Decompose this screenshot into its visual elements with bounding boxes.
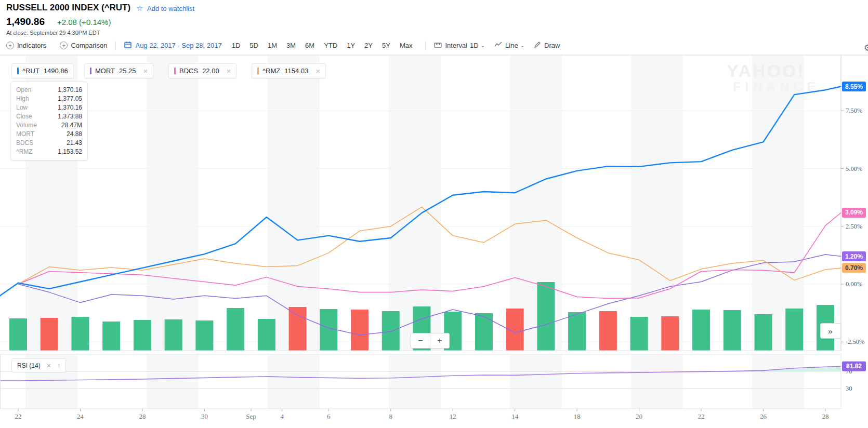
x-axis-label: 12	[450, 412, 456, 420]
range-max[interactable]: Max	[395, 42, 417, 49]
x-axis-label: 24	[77, 412, 84, 420]
yahoo-watermark: YAHOO!	[727, 61, 805, 81]
line-chart-icon	[494, 42, 502, 49]
legend-symbol: ^RMZ	[262, 67, 280, 75]
axis-badge-MORT-text: 1.20%	[845, 253, 863, 260]
toolbar-divider	[115, 41, 116, 50]
volume-bar	[785, 309, 803, 351]
volume-bar	[382, 311, 400, 351]
chart-type-dropdown[interactable]: Line ⌄	[494, 42, 524, 49]
chevron-down-icon: ⌄	[520, 43, 524, 48]
comparison-button[interactable]: + Comparison	[60, 42, 107, 49]
x-axis-label: 14	[511, 412, 519, 420]
close-icon[interactable]: ×	[47, 362, 51, 370]
volume-bar	[661, 316, 679, 351]
legend-pill-RMZ[interactable]: ^RMZ1154.03×	[252, 63, 326, 78]
ohlc-value: 1,370.16	[58, 103, 82, 112]
ohlc-value: 1,377.05	[58, 95, 82, 103]
page-title: RUSSELL 2000 INDEX (^RUT)	[6, 3, 130, 13]
range-1y[interactable]: 1Y	[342, 42, 360, 49]
interval-dropdown[interactable]: Interval 1D ⌄	[434, 42, 485, 50]
ruler-icon	[434, 42, 442, 50]
x-axis-label: 20	[636, 412, 642, 420]
legend-symbol: ^RUT	[22, 67, 40, 75]
date-range-picker[interactable]: Aug 22, 2017 - Sep 28, 2017	[124, 41, 221, 50]
date-range-label: Aug 22, 2017 - Sep 28, 2017	[135, 42, 221, 49]
ohlc-label: High	[16, 95, 29, 103]
close-icon[interactable]: ×	[315, 67, 320, 75]
background-stripe	[389, 354, 441, 409]
rsi-axis-label: 30	[846, 385, 852, 392]
price-change: +2.08 (+0.14%)	[57, 18, 111, 26]
plus-circle-icon: +	[60, 42, 68, 49]
current-price: 1,490.86	[6, 16, 45, 28]
pencil-icon	[534, 41, 541, 50]
ohlc-label: Volume	[16, 121, 37, 130]
volume-bar	[568, 312, 586, 351]
background-stripe	[389, 55, 441, 351]
range-5d[interactable]: 5D	[245, 42, 263, 49]
volume-bar	[195, 320, 213, 351]
ohlc-value: 1,370.16	[58, 86, 82, 95]
expand-panel-button[interactable]: »	[820, 323, 841, 339]
volume-bar	[475, 313, 493, 351]
axis-badge-RUT-text: 8.55%	[845, 83, 863, 90]
x-axis-label: 22	[698, 412, 705, 420]
draw-button[interactable]: Draw	[534, 41, 560, 50]
interval-value: 1D	[470, 42, 479, 49]
range-2y[interactable]: 2Y	[360, 42, 377, 49]
volume-bar	[351, 310, 369, 351]
series-color-swatch	[17, 68, 19, 74]
x-axis-label: Sep	[246, 412, 256, 420]
legend-pill-MORT[interactable]: MORT25.25×	[84, 63, 153, 78]
star-icon[interactable]: ☆	[136, 4, 143, 13]
axis-badge-RMZ-text: 0.70%	[845, 264, 863, 272]
gear-icon[interactable]: ⚙	[864, 43, 868, 54]
x-axis-label: 6	[327, 412, 331, 420]
finance-watermark: FINANCE	[733, 79, 820, 94]
range-6m[interactable]: 6M	[300, 42, 319, 49]
close-icon[interactable]: ×	[227, 67, 231, 75]
chart-toolbar: + Indicators + Comparison Aug 22, 2017 -…	[0, 36, 868, 55]
calendar-icon	[124, 41, 131, 50]
y-axis-label: 0.00%	[846, 280, 862, 288]
y-axis-label: 7.50%	[846, 107, 862, 114]
series-color-swatch	[257, 68, 259, 74]
volume-bar	[289, 307, 307, 351]
zoom-in-button[interactable]: +	[430, 333, 449, 348]
arrow-up-icon[interactable]: ↑	[57, 362, 61, 369]
range-3m[interactable]: 3M	[282, 42, 300, 49]
chart-canvas[interactable]: YAHOO!FINANCE7.50%5.00%2.50%0.00%-2.50%7…	[0, 55, 868, 428]
ohlc-value: 1,373.88	[58, 112, 82, 121]
x-axis-label: 22	[15, 412, 22, 420]
background-stripe	[147, 55, 199, 351]
ohlc-value: 21.43	[67, 139, 82, 148]
x-axis-label: 18	[574, 412, 581, 420]
rsi-indicator-pill[interactable]: RSI (14) × ↑	[11, 358, 66, 372]
x-axis-label: 4	[280, 412, 284, 420]
indicators-button[interactable]: + Indicators	[6, 42, 46, 49]
background-stripe	[631, 55, 683, 351]
zoom-out-button[interactable]: −	[411, 333, 430, 348]
volume-bar	[258, 319, 275, 351]
volume-bar	[599, 311, 617, 351]
range-buttons: 1D 5D 1M 3M 6M YTD 1Y 2Y 5Y Max	[227, 42, 417, 49]
legend-pill-BDCS[interactable]: BDCS22.00×	[168, 63, 236, 78]
range-ytd[interactable]: YTD	[319, 42, 342, 49]
close-icon[interactable]: ×	[143, 67, 148, 75]
background-stripe	[510, 354, 562, 409]
legend-pill-RUT[interactable]: ^RUT1490.86	[11, 63, 74, 78]
range-1m[interactable]: 1M	[263, 42, 282, 49]
range-1d[interactable]: 1D	[227, 42, 245, 49]
volume-bar	[724, 310, 741, 351]
ohlc-label: ^RMZ	[16, 148, 33, 156]
toolbar-divider	[425, 41, 426, 50]
add-to-watchlist-link[interactable]: Add to watchlist	[147, 5, 194, 12]
indicators-label: Indicators	[17, 42, 46, 49]
range-5y[interactable]: 5Y	[377, 42, 395, 49]
zoom-control: − +	[411, 333, 450, 349]
at-close-timestamp: At close: September 29 4:30PM EDT	[6, 30, 100, 36]
series-color-swatch	[174, 68, 176, 74]
ohlc-value: 1,153.52	[58, 148, 82, 156]
volume-bar	[41, 318, 58, 351]
